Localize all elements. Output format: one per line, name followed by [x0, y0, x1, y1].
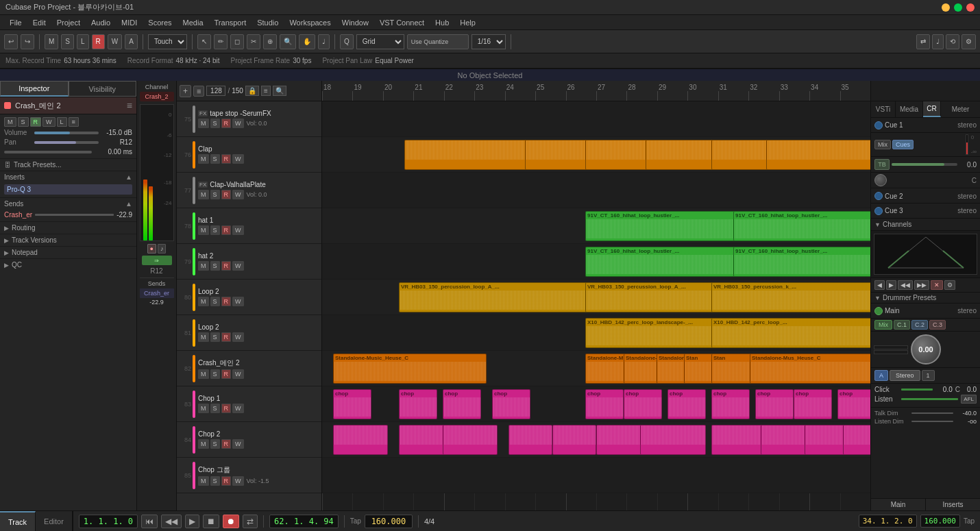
- channel-fader-area[interactable]: 0 -6 -12 -18 -24: [140, 104, 174, 241]
- track-row-2[interactable]: 77FXClap-ValhallaPlateMSRWVol: 0.0: [177, 173, 321, 208]
- track-extra-btn[interactable]: ≡: [69, 117, 79, 127]
- clip-track9-0[interactable]: [333, 425, 388, 455]
- grid-dropdown[interactable]: Grid: [356, 34, 404, 49]
- inspector-track-options[interactable]: ≡: [127, 100, 132, 111]
- menu-media[interactable]: Media: [177, 17, 209, 28]
- clip-track7-0[interactable]: Standalone-Music_Heuse_C: [333, 354, 487, 384]
- clip-track9-6[interactable]: [640, 425, 706, 455]
- inserts-bottom-label[interactable]: Inserts: [925, 499, 980, 510]
- clip-track8-7[interactable]: chop: [711, 389, 750, 419]
- track-m-btn-6[interactable]: M: [198, 332, 209, 342]
- track-row-1[interactable]: 76ClapMSRW: [177, 137, 321, 173]
- track-w-btn-8[interactable]: W: [232, 404, 244, 413]
- track-s-btn-2[interactable]: S: [210, 190, 220, 199]
- track-w-btn-6[interactable]: W: [232, 332, 244, 342]
- clip-track6-1[interactable]: X10_HBD_142_perc_loop_...: [711, 318, 870, 348]
- erase-tool[interactable]: ◻: [230, 34, 244, 49]
- mixer-ctrl-btn-5[interactable]: ⚙: [944, 280, 955, 290]
- track-list-menu[interactable]: ≡: [193, 86, 204, 97]
- track-m-btn-2[interactable]: M: [198, 190, 209, 199]
- clip-track9-4[interactable]: [552, 425, 596, 455]
- clip-track9-3[interactable]: [509, 425, 552, 455]
- track-presets-label[interactable]: Track Presets...: [14, 161, 132, 169]
- c1-btn[interactable]: C.1: [894, 320, 910, 330]
- mixer-ctrl-btn-2[interactable]: ▶: [886, 280, 896, 290]
- zoom-tool[interactable]: 🔍: [280, 34, 296, 49]
- track-row-9[interactable]: 84Chop 2MSRW: [177, 422, 321, 458]
- tempo-input[interactable]: [206, 86, 225, 96]
- hand-tool[interactable]: ✋: [299, 34, 315, 49]
- menu-midi[interactable]: MIDI: [116, 17, 143, 28]
- menu-help[interactable]: Help: [454, 17, 481, 28]
- loop-range-button[interactable]: ⇄: [916, 34, 930, 49]
- track-row-10[interactable]: 85Chop 그룹MSRWVol: -1.5: [177, 458, 321, 493]
- clip-track8-6[interactable]: chop: [667, 389, 706, 419]
- track-w-btn-5[interactable]: W: [232, 297, 244, 306]
- search-tracks-btn[interactable]: 🔍: [273, 86, 286, 96]
- mode-a-button[interactable]: A: [125, 34, 138, 49]
- stereo-btn[interactable]: Stereo: [890, 370, 920, 381]
- clip-track8-5[interactable]: chop: [624, 389, 662, 419]
- tab-cr[interactable]: CR: [923, 101, 941, 117]
- menu-vst-connect[interactable]: VST Connect: [374, 17, 430, 28]
- track-r-btn-0[interactable]: R: [221, 119, 232, 128]
- track-versions-section[interactable]: ▶ Track Versions: [0, 234, 136, 247]
- track-m-btn-1[interactable]: M: [198, 154, 209, 164]
- track-w-btn-0[interactable]: W: [232, 119, 244, 128]
- mixer-ctrl-btn-1[interactable]: ◀: [874, 280, 885, 290]
- track-r-btn-1[interactable]: R: [221, 154, 232, 164]
- quantize-value-dropdown[interactable]: 1/16: [471, 34, 506, 49]
- track-m-btn-7[interactable]: M: [198, 369, 209, 379]
- menu-window[interactable]: Window: [336, 17, 374, 28]
- mode-l-button[interactable]: L: [77, 34, 89, 49]
- main-light[interactable]: [874, 307, 883, 315]
- track-m-btn-5[interactable]: M: [198, 297, 209, 306]
- c2-btn[interactable]: C.2: [911, 320, 928, 330]
- timeline-ruler[interactable]: 181920212223242526272829303132333435: [322, 81, 870, 101]
- qc-section[interactable]: ▶ QC: [0, 259, 136, 271]
- cue1-pan-knob[interactable]: [874, 174, 887, 186]
- sends-header[interactable]: Sends ▲: [0, 198, 136, 210]
- track-m-btn-8[interactable]: M: [198, 404, 209, 413]
- tab-editor[interactable]: Editor: [36, 511, 73, 531]
- clip-track9-2[interactable]: [443, 425, 498, 455]
- track-r-btn-8[interactable]: R: [221, 404, 232, 413]
- track-s-btn-1[interactable]: S: [210, 154, 220, 164]
- glue-tool[interactable]: ⊕: [263, 34, 277, 49]
- track-row-6[interactable]: 81Loop 2MSRW: [177, 315, 321, 351]
- lock-btn[interactable]: 🔒: [245, 86, 259, 96]
- track-row-8[interactable]: 83Chop 1MSRW: [177, 386, 321, 422]
- track-s-btn-5[interactable]: S: [210, 297, 220, 306]
- track-mute-btn[interactable]: M: [4, 117, 16, 127]
- clip-track8-10[interactable]: chop: [837, 389, 870, 419]
- track-s-btn-3[interactable]: S: [210, 225, 220, 235]
- menu-project[interactable]: Project: [51, 17, 86, 28]
- track-row-7[interactable]: 82Crash_메인 2MSRW: [177, 351, 321, 386]
- mix-main-btn[interactable]: Mix: [874, 320, 892, 330]
- mode-w-button[interactable]: W: [108, 34, 122, 49]
- track-s-btn-7[interactable]: S: [210, 369, 220, 379]
- track-w-btn-2[interactable]: W: [232, 190, 244, 199]
- clip-track8-0[interactable]: chop: [333, 389, 371, 419]
- track-r-btn-9[interactable]: R: [221, 439, 232, 449]
- one-btn[interactable]: 1: [922, 370, 935, 381]
- track-read-btn[interactable]: R: [30, 117, 42, 127]
- cs-monitor-btn[interactable]: ♪: [158, 244, 167, 254]
- rewind-btn[interactable]: ◀◀: [161, 515, 182, 528]
- clip-track8-4[interactable]: chop: [585, 389, 624, 419]
- select-tool[interactable]: ↖: [197, 34, 211, 49]
- tab-meter[interactable]: Meter: [941, 101, 980, 117]
- track-r-btn-3[interactable]: R: [221, 225, 232, 235]
- track-w-btn-3[interactable]: W: [232, 225, 244, 235]
- track-r-btn-4[interactable]: R: [221, 261, 232, 271]
- track-m-btn-0[interactable]: M: [198, 119, 209, 128]
- track-m-btn-10[interactable]: M: [198, 476, 209, 486]
- routing-section[interactable]: ▶ Routing: [0, 222, 136, 234]
- track-m-btn-4[interactable]: M: [198, 261, 209, 271]
- cues-btn[interactable]: Cues: [892, 140, 914, 149]
- close-button[interactable]: [966, 3, 975, 12]
- play-btn[interactable]: ▶: [185, 515, 199, 528]
- clip-track8-3[interactable]: chop: [492, 389, 530, 419]
- cue3-light[interactable]: [874, 207, 883, 215]
- go-start-btn[interactable]: ⏮: [141, 515, 158, 528]
